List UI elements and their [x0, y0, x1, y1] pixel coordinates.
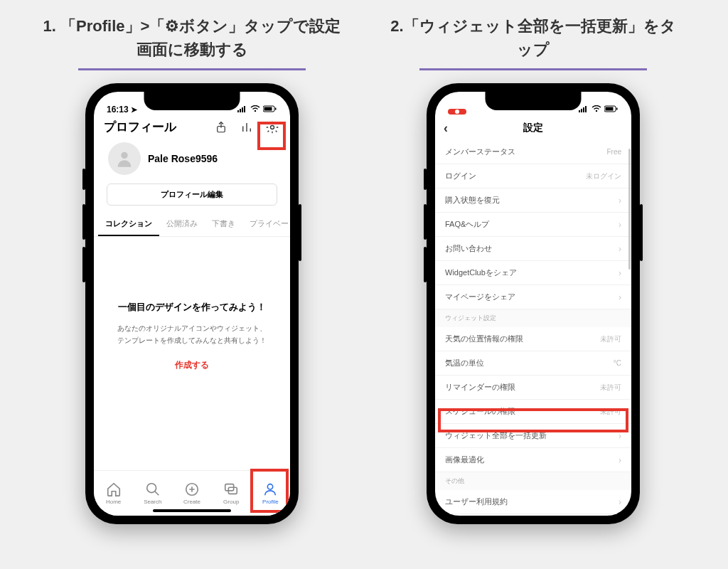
display-name: Pale Rose9596: [148, 153, 218, 164]
search-icon: [145, 482, 161, 497]
svg-rect-17: [581, 109, 582, 112]
row-faq[interactable]: FAQ&ヘルプ ›: [435, 213, 631, 237]
svg-rect-0: [237, 110, 239, 112]
tab-profile[interactable]: Profile: [251, 471, 290, 516]
row-label: ログイン: [445, 171, 476, 181]
row-value: °C: [614, 359, 621, 367]
step-2: 2.「ウィジェット全部を一括更新」をタップ: [370, 14, 697, 524]
tab-private[interactable]: プライベート: [242, 213, 290, 236]
step-2-underline: [419, 68, 647, 70]
step-1-title: 1. 「Profile」>「⚙ボタン」タップで設定画面に移動する: [28, 14, 355, 68]
edit-profile-button[interactable]: プロフィール編集: [107, 184, 277, 206]
svg-rect-19: [585, 106, 587, 112]
row-bulk-update-widgets[interactable]: ウィジェット全部を一括更新 ›: [435, 424, 631, 448]
nav-title: 設定: [523, 122, 543, 134]
tab-published[interactable]: 公開済み: [159, 213, 205, 236]
phone-side-button: [82, 169, 85, 190]
chevron-right-icon: ›: [619, 220, 621, 230]
row-value: 未許可: [600, 334, 621, 344]
settings-list[interactable]: メンバーステータス Free ログイン 未ログイン 購入状態を復元 › FAQ&…: [435, 140, 631, 516]
tab-collection[interactable]: コレクション: [98, 213, 159, 236]
row-label: 天気の位置情報の権限: [445, 334, 523, 344]
row-label: メンバーステータス: [445, 147, 515, 157]
home-indicator[interactable]: [153, 509, 231, 512]
row-weather-location-perm[interactable]: 天気の位置情報の権限 未許可: [435, 327, 631, 351]
empty-description: あなたのオリジナルアイコンやウィジェット、 テンプレートを作成してみんなと共有し…: [112, 322, 272, 346]
back-button[interactable]: ‹: [444, 121, 448, 136]
settings-nav: ‹ 設定: [435, 116, 631, 140]
row-label: FAQ&ヘルプ: [445, 219, 489, 230]
row-user-terms[interactable]: ユーザー利用規約 ›: [435, 490, 631, 514]
phone-mockup-1: 16:13 ➤ プロフィール: [85, 83, 299, 524]
step-2-title: 2.「ウィジェット全部を一括更新」をタップ: [370, 14, 697, 68]
share-icon[interactable]: [213, 119, 229, 135]
section-other: その他: [435, 472, 631, 490]
empty-desc-line: テンプレートを作成してみんなと共有しよう！: [117, 336, 267, 344]
chevron-right-icon: ›: [619, 497, 621, 507]
row-label: リマインダーの権限: [445, 382, 515, 393]
svg-rect-18: [583, 107, 584, 112]
svg-point-9: [271, 125, 274, 129]
chevron-right-icon: ›: [619, 196, 621, 206]
signal-icon: [579, 105, 589, 115]
svg-point-4: [255, 110, 256, 112]
row-reminder-perm[interactable]: リマインダーの権限 未許可: [435, 376, 631, 400]
profile-header-title: プロフィール: [104, 119, 176, 135]
row-creator-terms[interactable]: クリエイター利用ﾗｲﾌﾞﾗﾘ ›: [435, 514, 631, 516]
row-label: WidgetClubをシェア: [445, 267, 517, 278]
row-label: 画像最適化: [445, 454, 484, 465]
empty-state: 一個目のデザインを作ってみよう！ あなたのオリジナルアイコンやウィジェット、 テ…: [94, 237, 290, 371]
row-value: 未ログイン: [586, 171, 621, 181]
phone-notch: [486, 92, 582, 110]
svg-rect-7: [275, 108, 277, 110]
row-label: お問い合わせ: [445, 243, 492, 254]
tab-home[interactable]: Home: [94, 471, 133, 516]
row-label: 気温の単位: [445, 358, 484, 368]
chevron-right-icon: ›: [619, 244, 621, 254]
svg-point-11: [147, 484, 156, 493]
phone-side-button: [424, 247, 427, 282]
empty-title: 一個目のデザインを作ってみよう！: [112, 301, 272, 314]
status-time: 16:13: [107, 105, 129, 115]
row-image-optimization[interactable]: 画像最適化 ›: [435, 448, 631, 472]
battery-icon: [263, 105, 277, 115]
screen-record-pill[interactable]: [448, 109, 466, 115]
person-icon: [262, 482, 278, 497]
phone-side-button: [424, 169, 427, 190]
section-widget-settings: ウィジェット設定: [435, 309, 631, 327]
svg-point-10: [121, 152, 127, 159]
avatar[interactable]: [108, 142, 141, 175]
svg-rect-23: [616, 108, 618, 110]
row-restore-purchases[interactable]: 購入状態を復元 ›: [435, 188, 631, 213]
row-label: ウィジェット全部を一括更新: [445, 430, 547, 441]
wifi-icon: [250, 105, 260, 115]
row-schedule-perm[interactable]: スケジュールの権限 未許可: [435, 400, 631, 424]
profile-info-row: Pale Rose9596: [94, 139, 290, 182]
tab-drafts[interactable]: 下書き: [205, 213, 242, 236]
svg-rect-22: [606, 107, 614, 111]
row-login[interactable]: ログイン 未ログイン: [435, 164, 631, 188]
profile-header: プロフィール: [94, 116, 290, 139]
tab-label: Group: [223, 499, 239, 505]
gear-icon[interactable]: [264, 119, 280, 135]
stats-icon[interactable]: [239, 119, 255, 135]
row-share-widgetclub[interactable]: WidgetClubをシェア ›: [435, 261, 631, 285]
tab-label: Profile: [262, 499, 279, 505]
row-value: Free: [606, 148, 621, 156]
row-member-status[interactable]: メンバーステータス Free: [435, 140, 631, 164]
location-arrow-icon: ➤: [131, 105, 137, 115]
tab-label: Home: [106, 499, 121, 505]
svg-point-15: [268, 484, 273, 489]
chevron-right-icon: ›: [619, 455, 621, 465]
row-temperature-unit[interactable]: 気温の単位 °C: [435, 351, 631, 376]
wifi-icon: [592, 105, 601, 115]
svg-rect-3: [244, 106, 245, 112]
row-share-mypage[interactable]: マイページをシェア ›: [435, 285, 631, 309]
create-button[interactable]: 作成する: [112, 359, 272, 371]
signal-icon: [237, 105, 247, 115]
row-contact[interactable]: お問い合わせ ›: [435, 237, 631, 261]
battery-icon: [604, 105, 619, 115]
svg-rect-2: [242, 107, 243, 112]
svg-rect-6: [264, 107, 272, 111]
row-label: 購入状態を復元: [445, 195, 500, 206]
